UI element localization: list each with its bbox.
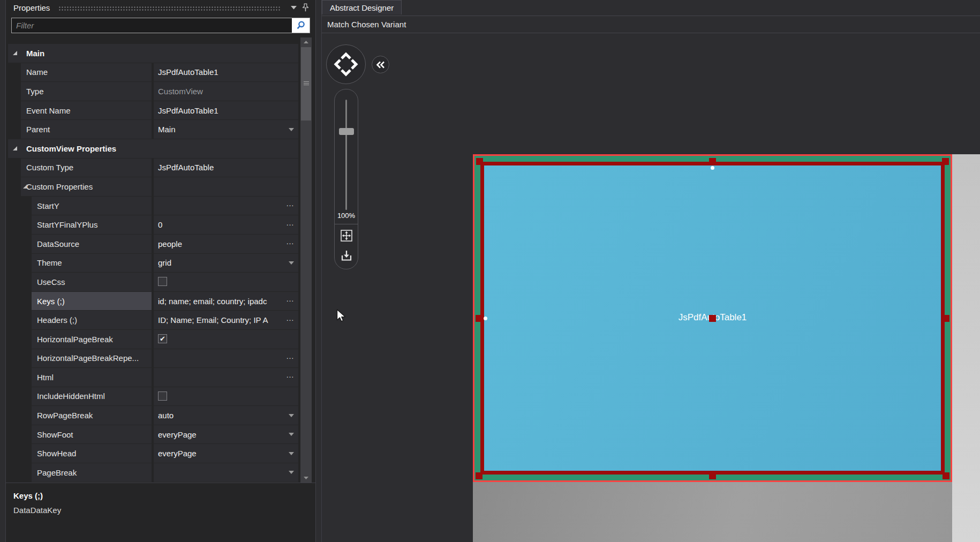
fit-to-screen-button[interactable] xyxy=(340,229,353,243)
expander-icon[interactable] xyxy=(12,146,18,151)
property-row[interactable]: ParentMain xyxy=(8,120,298,139)
property-label-cell[interactable]: DataSource xyxy=(32,235,152,253)
property-row[interactable]: Headers (;)ID; Name; Email; Country; IP … xyxy=(8,311,298,329)
property-value-cell[interactable]: everyPage xyxy=(154,425,298,444)
tab-abstract-designer[interactable]: Abstract Designer xyxy=(322,0,402,14)
property-row[interactable]: NameJsPdfAutoTable1 xyxy=(8,63,298,82)
property-row[interactable]: UseCss xyxy=(8,273,298,291)
dropdown-arrow-icon[interactable] xyxy=(289,261,294,265)
property-row[interactable]: Event NameJsPdfAutoTable1 xyxy=(8,101,298,120)
property-value-cell[interactable]: everyPage xyxy=(154,444,298,463)
property-value-cell[interactable]: Main xyxy=(154,120,298,139)
property-row[interactable]: RowPageBreakauto xyxy=(8,406,298,425)
property-label-cell[interactable]: Theme xyxy=(32,254,152,273)
dropdown-arrow-icon[interactable] xyxy=(289,433,294,436)
property-label-cell[interactable]: Custom Properties xyxy=(21,177,152,196)
property-row[interactable]: HorizontalPageBreak✔ xyxy=(8,330,298,349)
property-row[interactable]: Themegrid xyxy=(8,254,298,273)
property-value-cell[interactable] xyxy=(154,273,298,291)
resize-handle-bottom-left[interactable] xyxy=(476,472,483,479)
property-value-cell[interactable] xyxy=(154,177,298,196)
property-value-cell[interactable]: 0… xyxy=(154,215,298,234)
property-row[interactable]: HorizontalPageBreakRepe...… xyxy=(8,349,298,368)
scrollbar-thumb[interactable] xyxy=(301,47,311,121)
property-value-cell[interactable]: … xyxy=(154,197,298,215)
chevron-down-icon[interactable] xyxy=(288,2,299,13)
ellipsis-button[interactable]: … xyxy=(286,237,295,246)
property-label-cell[interactable]: HorizontalPageBreak xyxy=(32,330,152,349)
resize-handle-bottom-center[interactable] xyxy=(709,472,716,479)
ellipsis-button[interactable]: … xyxy=(286,199,295,208)
move-handle-center[interactable] xyxy=(709,315,716,322)
property-value-cell[interactable]: ID; Name; Email; Country; IP A… xyxy=(154,311,298,329)
property-label-cell[interactable]: StartYFinalYPlus xyxy=(32,215,152,234)
zoom-slider-track[interactable] xyxy=(345,100,347,210)
property-label-cell[interactable]: Parent xyxy=(21,120,152,139)
property-row[interactable]: TypeCustomView xyxy=(8,82,298,101)
property-label-cell[interactable]: HorizontalPageBreakRepe... xyxy=(32,349,152,368)
property-value-cell[interactable]: auto xyxy=(154,406,298,425)
resize-handle-middle-left[interactable] xyxy=(476,315,483,322)
resize-handle-middle-right[interactable] xyxy=(943,315,949,322)
property-row[interactable]: ShowHeadeveryPage xyxy=(8,444,298,463)
properties-titlebar[interactable]: Properties xyxy=(6,0,315,15)
property-label-cell[interactable]: ShowFoot xyxy=(32,425,152,444)
property-value-cell[interactable]: id; name; email; country; ipadc… xyxy=(154,292,298,311)
category-row[interactable]: Main xyxy=(8,44,298,63)
collapse-panel-button[interactable] xyxy=(372,56,389,73)
property-label-cell[interactable]: Keys (;) xyxy=(32,292,152,311)
property-row[interactable]: ShowFooteveryPage xyxy=(8,425,298,444)
property-value-cell[interactable]: ✔ xyxy=(154,330,298,349)
property-value-cell[interactable]: grid xyxy=(154,254,298,273)
dropdown-arrow-icon[interactable] xyxy=(289,414,294,417)
pin-icon[interactable] xyxy=(299,2,311,13)
property-value-cell[interactable]: … xyxy=(154,349,298,368)
dropdown-arrow-icon[interactable] xyxy=(289,452,294,455)
property-row[interactable]: StartYFinalYPlus0… xyxy=(8,215,298,234)
selected-element-jspdfautotable1[interactable]: JsPdfAutoTable1 xyxy=(473,154,952,482)
property-row[interactable]: StartY… xyxy=(8,197,298,215)
property-label-cell[interactable]: Headers (;) xyxy=(32,311,152,329)
properties-scrollbar[interactable] xyxy=(300,37,312,483)
dropdown-arrow-icon[interactable] xyxy=(289,128,294,131)
ellipsis-button[interactable]: … xyxy=(286,313,295,322)
checkbox[interactable] xyxy=(158,277,167,286)
property-label-cell[interactable]: Html xyxy=(32,368,152,387)
property-label-cell[interactable]: ShowHead xyxy=(32,444,152,463)
property-label-cell[interactable]: StartY xyxy=(32,197,152,215)
pan-control[interactable] xyxy=(326,44,366,84)
export-button[interactable] xyxy=(340,249,353,262)
property-value-cell[interactable]: JsPdfAutoTable1 xyxy=(154,101,298,120)
property-label-cell[interactable]: PageBreak xyxy=(32,463,152,482)
ellipsis-button[interactable]: … xyxy=(286,351,295,360)
property-value-cell[interactable]: JsPdfAutoTable1 xyxy=(154,63,298,82)
property-value-cell[interactable]: JsPdfAutoTable xyxy=(154,159,298,177)
property-value-cell[interactable]: … xyxy=(154,368,298,387)
checkbox[interactable] xyxy=(158,392,167,401)
filter-input[interactable] xyxy=(12,18,292,33)
property-row[interactable]: IncludeHiddenHtml xyxy=(8,387,298,406)
property-row[interactable]: Keys (;)id; name; email; country; ipadc… xyxy=(8,292,298,311)
property-label-cell[interactable]: Custom Type xyxy=(21,159,152,177)
property-value-cell[interactable] xyxy=(154,387,298,406)
property-value-cell[interactable] xyxy=(154,463,298,482)
ellipsis-button[interactable]: … xyxy=(286,294,295,303)
property-row[interactable]: Custom TypeJsPdfAutoTable xyxy=(8,159,298,177)
category-row[interactable]: CustomView Properties xyxy=(8,139,298,158)
property-value-cell[interactable]: people… xyxy=(154,235,298,253)
property-row[interactable]: Html… xyxy=(8,368,298,387)
expander-icon[interactable] xyxy=(22,184,28,189)
checkbox[interactable]: ✔ xyxy=(158,334,167,343)
expander-icon[interactable] xyxy=(12,50,18,56)
property-label-cell[interactable]: Event Name xyxy=(21,101,152,120)
dropdown-arrow-icon[interactable] xyxy=(289,471,294,474)
property-label-cell[interactable]: Name xyxy=(21,63,152,82)
property-value-cell[interactable]: CustomView xyxy=(154,82,298,101)
resize-handle-top-right[interactable] xyxy=(942,158,949,165)
property-row[interactable]: Custom Properties xyxy=(8,177,298,196)
scrollbar-down-icon[interactable] xyxy=(300,473,312,483)
property-row[interactable]: DataSourcepeople… xyxy=(8,235,298,253)
ellipsis-button[interactable]: … xyxy=(286,370,295,379)
search-button[interactable] xyxy=(292,18,310,33)
property-row[interactable]: PageBreak xyxy=(8,463,298,482)
